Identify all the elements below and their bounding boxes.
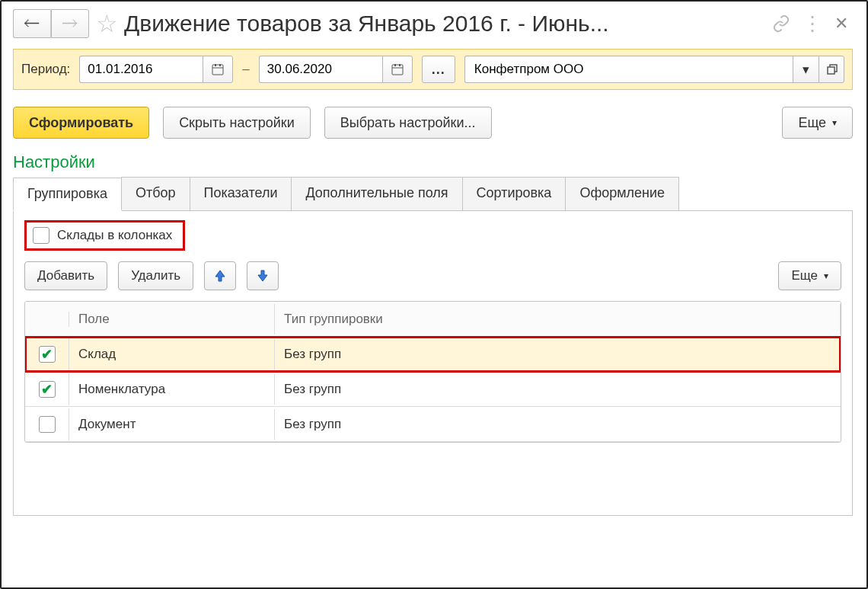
- period-dialog-button[interactable]: ...: [422, 56, 455, 83]
- row-checkbox[interactable]: [39, 381, 56, 398]
- page-title: Движение товаров за Январь 2016 г. - Июн…: [124, 11, 766, 37]
- table-row[interactable]: НоменклатураБез групп: [25, 372, 841, 407]
- col-field: Поле: [69, 304, 275, 335]
- toolbar: Сформировать Скрыть настройки Выбрать на…: [13, 107, 853, 139]
- grouping-toolbar: Добавить Удалить Еще▾: [24, 261, 841, 290]
- open-external-icon[interactable]: [819, 56, 844, 83]
- row-field: Документ: [69, 409, 275, 440]
- row-checkbox[interactable]: [39, 346, 56, 363]
- columns-checkbox-row[interactable]: Склады в колонках: [24, 220, 185, 251]
- calendar-icon[interactable]: [203, 56, 233, 83]
- date-to-field: [259, 56, 413, 83]
- tab-design[interactable]: Оформление: [565, 177, 679, 210]
- date-to-input[interactable]: [259, 56, 382, 83]
- svg-rect-4: [392, 65, 403, 75]
- date-from-input[interactable]: [79, 56, 203, 83]
- organization-input[interactable]: [464, 56, 793, 83]
- nav-forward-button[interactable]: 🡒: [51, 9, 89, 38]
- kebab-menu-icon[interactable]: ⋮: [801, 12, 824, 36]
- row-type: Без групп: [275, 409, 841, 440]
- add-button[interactable]: Добавить: [24, 261, 107, 290]
- checkbox-icon[interactable]: [33, 227, 49, 244]
- period-label: Период:: [21, 62, 70, 77]
- tab-filter[interactable]: Отбор: [121, 177, 190, 210]
- nav-back-button[interactable]: 🡐: [13, 9, 51, 38]
- row-field: Склад: [69, 339, 275, 370]
- settings-tabs: Группировка Отбор Показатели Дополнитель…: [13, 177, 853, 211]
- more-button[interactable]: Еще▾: [782, 107, 853, 139]
- tab-grouping[interactable]: Группировка: [13, 178, 122, 211]
- grouping-table: Поле Тип группировки СкладБез группНомен…: [24, 301, 841, 443]
- dropdown-icon[interactable]: ▾: [793, 56, 819, 83]
- tab-content: Склады в колонках Добавить Удалить Еще▾ …: [13, 211, 853, 516]
- svg-rect-8: [828, 67, 834, 74]
- table-row[interactable]: СкладБез групп: [25, 337, 841, 372]
- delete-button[interactable]: Удалить: [118, 261, 193, 290]
- date-from-field: [79, 56, 233, 83]
- table-row[interactable]: ДокументБез групп: [25, 407, 841, 442]
- title-bar: 🡐 🡒 ☆ Движение товаров за Январь 2016 г.…: [13, 9, 853, 38]
- hide-settings-button[interactable]: Скрыть настройки: [163, 107, 311, 139]
- columns-checkbox-label: Склады в колонках: [57, 228, 172, 243]
- tab-sorting[interactable]: Сортировка: [462, 177, 566, 210]
- link-icon[interactable]: [772, 14, 795, 33]
- tab-extra-fields[interactable]: Дополнительные поля: [291, 177, 462, 210]
- row-type: Без групп: [275, 374, 841, 405]
- period-bar: Период: – ... ▾: [13, 49, 853, 90]
- period-dash: –: [242, 62, 249, 77]
- favorite-icon[interactable]: ☆: [95, 9, 118, 38]
- generate-button[interactable]: Сформировать: [13, 107, 149, 139]
- inner-more-button[interactable]: Еще▾: [778, 261, 841, 290]
- row-field: Номенклатура: [69, 374, 275, 405]
- table-head: Поле Тип группировки: [25, 302, 841, 337]
- col-type: Тип группировки: [275, 304, 841, 335]
- move-down-button[interactable]: [247, 261, 279, 290]
- calendar-icon[interactable]: [382, 56, 413, 83]
- choose-settings-button[interactable]: Выбрать настройки...: [324, 107, 492, 139]
- row-checkbox[interactable]: [39, 416, 56, 433]
- row-type: Без групп: [275, 339, 841, 370]
- move-up-button[interactable]: [204, 261, 236, 290]
- organization-field: ▾: [464, 56, 844, 83]
- svg-rect-0: [212, 65, 223, 75]
- close-icon[interactable]: ✕: [830, 14, 853, 34]
- tab-indicators[interactable]: Показатели: [190, 177, 292, 210]
- settings-heading: Настройки: [13, 152, 853, 172]
